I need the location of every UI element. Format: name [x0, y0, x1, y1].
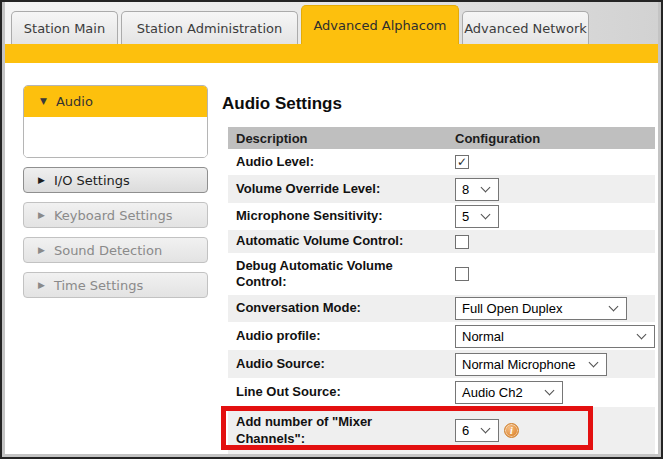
setting-label: Audio profile: [228, 328, 455, 344]
sidebar-item-audio[interactable]: ▼Audio [24, 86, 207, 117]
chevron-down-icon [545, 386, 555, 396]
table-row-debug-automatic-volume-control: Debug Automatic Volume Control: [228, 253, 655, 295]
table-header-row: Description Configuration [228, 127, 655, 149]
app-window: Station MainStation AdministrationAdvanc… [0, 0, 663, 459]
tab-station-administration[interactable]: Station Administration [121, 11, 298, 44]
setting-control-cell: Normal [455, 325, 655, 348]
setting-control-cell: Audio Ch2 [455, 381, 563, 404]
triangle-down-icon: ▼ [40, 97, 47, 106]
checkmark-icon: ✓ [457, 156, 467, 168]
sidebar-item-i-o-settings[interactable]: ▶I/O Settings [23, 167, 208, 193]
debug-automatic-volume-control-checkbox[interactable] [455, 267, 469, 281]
setting-control-cell: 8 [455, 178, 499, 201]
volume-override-level-select[interactable]: 8 [455, 178, 499, 201]
audio-source-select[interactable]: Normal Microphone [455, 353, 607, 376]
setting-label-text: Debug Automatic Volume Control: [236, 258, 421, 291]
sidebar-item-label: Sound Detection [54, 243, 162, 258]
setting-control-cell [455, 235, 469, 249]
table-body: Audio Level:✓Volume Override Level:8Micr… [228, 149, 655, 454]
setting-label: Add number of "Mixer Channels": [228, 414, 455, 447]
setting-label-text: Conversation Mode: [236, 300, 361, 316]
setting-label: Audio Source: [228, 356, 455, 372]
setting-label: Conversation Mode: [228, 300, 455, 316]
select-value: 8 [462, 182, 469, 197]
table-row-line-out-source: Line Out Source:Audio Ch2 [228, 378, 655, 407]
select-value: 6 [462, 423, 469, 438]
setting-control-cell: 5 [455, 205, 499, 228]
chevron-down-icon [481, 424, 491, 434]
tab-advanced-network[interactable]: Advanced Network [462, 11, 589, 44]
info-icon[interactable]: i [504, 423, 519, 438]
tab-bar: Station MainStation AdministrationAdvanc… [5, 2, 658, 44]
setting-label-text: Audio Level: [236, 154, 314, 170]
sidebar-panel-audio: ▼Audio [23, 85, 208, 158]
table-row-audio-source: Audio Source:Normal Microphone [228, 350, 655, 378]
setting-label-text: Microphone Sensitivity: [236, 208, 383, 224]
table-row-microphone-sensitivity: Microphone Sensitivity:5 [228, 203, 655, 230]
triangle-right-icon: ▶ [38, 281, 45, 290]
setting-label: Microphone Sensitivity: [228, 208, 455, 224]
setting-label-text: Audio Source: [236, 356, 325, 372]
setting-control-cell: 6i [455, 419, 519, 442]
sidebar-item-label: I/O Settings [54, 173, 130, 188]
setting-control-cell [455, 267, 469, 281]
audio-profile-select[interactable]: Normal [455, 325, 655, 348]
add-number-of-mixer-channels-select[interactable]: 6 [455, 419, 499, 442]
sidebar-item-sound-detection[interactable]: ▶Sound Detection [23, 237, 208, 263]
tab-station-main[interactable]: Station Main [11, 11, 118, 44]
select-value: 5 [462, 209, 469, 224]
table-row-add-number-of-mixer-channels: Add number of "Mixer Channels":6i [228, 407, 655, 454]
microphone-sensitivity-select[interactable]: 5 [455, 205, 499, 228]
table-row-volume-override-level: Volume Override Level:8 [228, 175, 655, 203]
sidebar-expanded-panel [24, 117, 207, 157]
table-row-automatic-volume-control: Automatic Volume Control: [228, 230, 655, 253]
conversation-mode-select[interactable]: Full Open Duplex [455, 297, 627, 320]
sidebar-item-label: Time Settings [54, 278, 143, 293]
select-value: Audio Ch2 [462, 385, 523, 400]
page-title: Audio Settings [222, 94, 342, 114]
header-configuration: Configuration [455, 131, 540, 146]
table-row-audio-level: Audio Level:✓ [228, 149, 655, 175]
tab-advanced-alphacom[interactable]: Advanced Alphacom [301, 5, 459, 44]
line-out-source-select[interactable]: Audio Ch2 [455, 381, 563, 404]
setting-label-text: Automatic Volume Control: [236, 233, 403, 249]
chevron-down-icon [481, 182, 491, 192]
chevron-down-icon [609, 302, 619, 312]
setting-control-cell: Full Open Duplex [455, 297, 627, 320]
sidebar-item-label: Keyboard Settings [54, 208, 173, 223]
triangle-right-icon: ▶ [38, 176, 45, 185]
setting-control-cell: Normal Microphone [455, 353, 607, 376]
triangle-right-icon: ▶ [38, 211, 45, 220]
chevron-down-icon [589, 357, 599, 367]
app-frame: Station MainStation AdministrationAdvanc… [2, 2, 661, 457]
sidebar-item-time-settings[interactable]: ▶Time Settings [23, 272, 208, 298]
setting-label: Automatic Volume Control: [228, 233, 455, 249]
select-value: Normal Microphone [462, 357, 575, 372]
content-area: ▼Audio▶I/O Settings▶Keyboard Settings▶So… [5, 63, 658, 454]
setting-label: Volume Override Level: [228, 181, 455, 197]
select-value: Normal [462, 329, 504, 344]
setting-label: Line Out Source: [228, 384, 455, 400]
automatic-volume-control-checkbox[interactable] [455, 235, 469, 249]
header-description: Description [228, 131, 455, 146]
setting-label-text: Add number of "Mixer Channels": [236, 414, 421, 447]
setting-label-text: Audio profile: [236, 328, 321, 344]
setting-control-cell: ✓ [455, 155, 469, 169]
setting-label-text: Volume Override Level: [236, 181, 380, 197]
table-row-conversation-mode: Conversation Mode:Full Open Duplex [228, 295, 655, 322]
setting-label: Audio Level: [228, 154, 455, 170]
accent-bar [5, 44, 658, 63]
sidebar-item-keyboard-settings[interactable]: ▶Keyboard Settings [23, 202, 208, 228]
chevron-down-icon [637, 329, 647, 339]
settings-table: Description Configuration Audio Level:✓V… [228, 127, 655, 454]
table-row-audio-profile: Audio profile:Normal [228, 322, 655, 350]
sidebar-item-label: Audio [56, 94, 93, 109]
setting-label: Debug Automatic Volume Control: [228, 258, 455, 291]
select-value: Full Open Duplex [462, 301, 562, 316]
audio-level-checkbox[interactable]: ✓ [455, 155, 469, 169]
triangle-right-icon: ▶ [38, 246, 45, 255]
sidebar-nav: ▼Audio▶I/O Settings▶Keyboard Settings▶So… [23, 85, 208, 298]
chevron-down-icon [481, 210, 491, 220]
setting-label-text: Line Out Source: [236, 384, 341, 400]
